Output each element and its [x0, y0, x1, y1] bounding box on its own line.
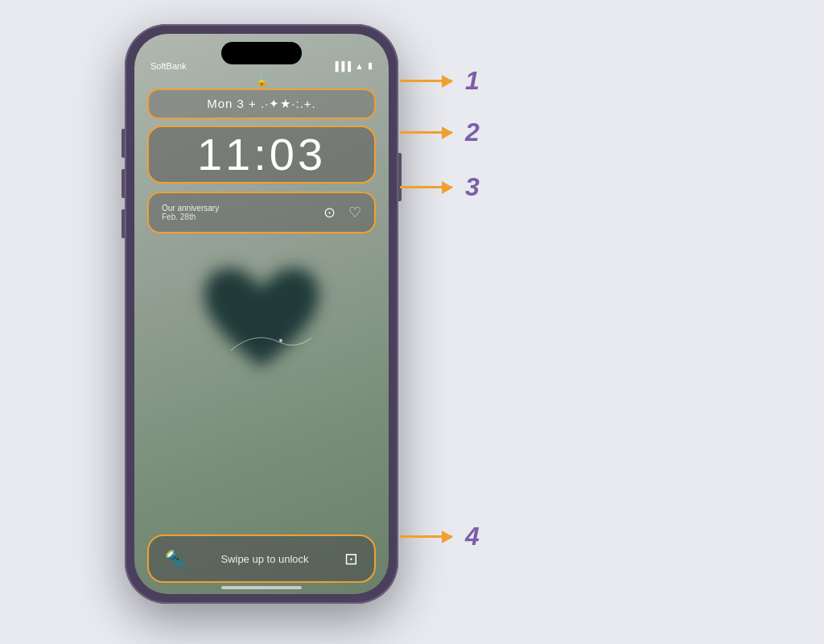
anniversary-date: Feb. 28th	[162, 213, 219, 221]
bottom-bar[interactable]: 🔦 Swipe up to unlock ⊡	[147, 535, 376, 583]
arrow-1-line	[400, 80, 452, 82]
status-icons: ▐▐▐ ▲ ▮	[332, 60, 373, 71]
date-label: Mon 3	[207, 97, 245, 110]
anniversary-info: Our anniversary Feb. 28th	[162, 204, 219, 221]
signal-icon: ▐▐▐	[332, 61, 351, 71]
anniversary-icons: ⊙ ♡	[323, 204, 361, 221]
heart-curve-decoration	[223, 326, 319, 358]
home-indicator	[221, 586, 302, 589]
annotation-1: 1	[400, 66, 480, 96]
phone-shell: SoftBank ▐▐▐ ▲ ▮ 🔒 Mon 3 + .·✦★·:.+.	[125, 24, 398, 604]
dynamic-island	[221, 42, 302, 64]
phone-screen[interactable]: SoftBank ▐▐▐ ▲ ▮ 🔒 Mon 3 + .·✦★·:.+.	[134, 34, 389, 594]
battery-icon: ▮	[368, 60, 373, 71]
arrow-2-line	[400, 131, 452, 134]
time-display: 11:03	[197, 132, 326, 177]
wifi-icon: ▲	[355, 61, 364, 71]
annotation-4: 4	[400, 522, 480, 551]
carrier-label: SoftBank	[150, 61, 187, 71]
heart-icon[interactable]: ♡	[348, 204, 361, 221]
swipe-up-text: Swipe up to unlock	[220, 553, 308, 565]
annotation-4-number: 4	[465, 522, 480, 551]
camera-icon[interactable]: ⊡	[344, 549, 358, 568]
date-widget[interactable]: Mon 3 + .·✦★·:.+.	[147, 89, 376, 119]
lock-icon: 🔒	[256, 76, 268, 87]
annotation-3: 3	[400, 172, 480, 202]
annotation-1-number: 1	[465, 66, 480, 96]
date-decorators: + .·✦★·:.+.	[249, 97, 316, 110]
arrow-4-line	[400, 535, 452, 538]
svg-point-0	[279, 339, 282, 342]
date-text: Mon 3 + .·✦★·:.+.	[207, 97, 316, 111]
time-widget[interactable]: 11:03	[147, 126, 376, 184]
anniversary-widget[interactable]: Our anniversary Feb. 28th ⊙ ♡	[147, 192, 376, 233]
anniversary-title: Our anniversary	[162, 204, 219, 213]
annotation-2: 2	[400, 118, 480, 147]
flashlight-icon[interactable]: 🔦	[165, 549, 185, 568]
arrow-3-line	[400, 186, 452, 188]
annotation-2-number: 2	[465, 118, 480, 147]
heart-shape	[189, 256, 334, 385]
scene: SoftBank ▐▐▐ ▲ ▮ 🔒 Mon 3 + .·✦★·:.+.	[0, 0, 824, 644]
annotation-3-number: 3	[465, 172, 480, 202]
instagram-icon[interactable]: ⊙	[323, 204, 336, 221]
